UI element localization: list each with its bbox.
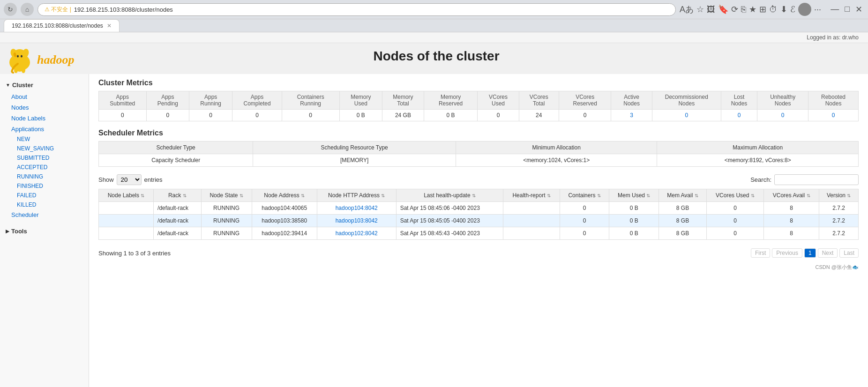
sidebar-item-node-labels[interactable]: Node Labels: [0, 113, 89, 124]
header-decommissioned-nodes: Decommissioned Nodes: [652, 91, 721, 110]
active-nodes-link[interactable]: 3: [630, 112, 633, 119]
tab-label: 192.168.215.103:8088/cluster/nodes: [12, 22, 103, 29]
cell-http[interactable]: hadoop103:8042: [317, 215, 396, 227]
cell-http[interactable]: hadoop104:8042: [317, 202, 396, 215]
cell-health-report: [503, 202, 560, 215]
nodes-header-rack[interactable]: Rack ⇅: [154, 189, 202, 202]
header-apps-running: Apps Running: [189, 91, 232, 110]
nodes-header-vcores-used[interactable]: VCores Used ⇅: [707, 189, 764, 202]
close-tab-btn[interactable]: ✕: [107, 22, 112, 29]
nodes-table: Node Labels ⇅ Rack ⇅ Node State ⇅ N: [98, 189, 859, 240]
sidebar-item-new-saving[interactable]: NEW_SAVING: [0, 144, 89, 153]
sidebar-item-new[interactable]: NEW: [0, 134, 89, 144]
sort-icon-version: ⇅: [847, 193, 851, 198]
nodes-header-labels[interactable]: Node Labels ⇅: [99, 189, 154, 202]
download-icon[interactable]: ⬇: [780, 4, 787, 15]
val-containers-running: 0: [282, 110, 339, 121]
cell-labels: [99, 215, 154, 227]
http-address-link[interactable]: hadoop104:8042: [336, 205, 378, 211]
lost-nodes-link[interactable]: 0: [738, 112, 741, 119]
http-address-link[interactable]: hadoop102:8042: [336, 230, 378, 237]
translate-icon[interactable]: Aあ: [680, 4, 694, 15]
sort-icon-http: ⇅: [381, 193, 385, 198]
decommissioned-link[interactable]: 0: [685, 112, 688, 119]
cell-address: hadoop104:40065: [252, 202, 317, 215]
cell-mem-avail: 8 GB: [658, 215, 706, 227]
val-decommissioned-nodes[interactable]: 0: [652, 110, 721, 121]
last-btn[interactable]: Last: [839, 248, 859, 258]
svg-point-9: [21, 55, 22, 58]
sidebar-item-scheduler[interactable]: Scheduler: [0, 209, 89, 220]
nodes-header-vcores-avail[interactable]: VCores Avail ⇅: [763, 189, 819, 202]
split-icon[interactable]: ⎘: [741, 5, 746, 15]
tools-label: Tools: [11, 228, 27, 235]
val-rebooted-nodes[interactable]: 0: [808, 110, 859, 121]
table-row: /default-rack RUNNING hadoop102:39414 ha…: [99, 227, 859, 240]
next-btn[interactable]: Next: [818, 248, 838, 258]
sidebar-item-killed[interactable]: KILLED: [0, 200, 89, 209]
sync-icon[interactable]: ⟳: [731, 4, 738, 15]
search-input[interactable]: [774, 174, 859, 185]
collections-icon[interactable]: ⊞: [759, 4, 766, 15]
nodes-header-mem-avail[interactable]: Mem Avail ⇅: [658, 189, 706, 202]
val-apps-running: 0: [189, 110, 232, 121]
nodes-header-mem-used[interactable]: Mem Used ⇅: [609, 189, 659, 202]
menu-icon[interactable]: ···: [814, 5, 821, 15]
sidebar-item-nodes[interactable]: Nodes: [0, 102, 89, 113]
first-btn[interactable]: First: [751, 248, 770, 258]
cell-http[interactable]: hadoop102:8042: [317, 227, 396, 240]
sidebar-cluster-section[interactable]: ▼ Cluster: [0, 79, 89, 91]
cluster-label: Cluster: [12, 82, 33, 89]
minimize-btn[interactable]: —: [829, 4, 841, 15]
bookmark-icon[interactable]: ☆: [696, 4, 704, 15]
screenshot-icon[interactable]: 🖼: [707, 5, 715, 15]
sch-val-type: Capacity Scheduler: [99, 154, 253, 167]
val-apps-completed: 0: [232, 110, 282, 121]
sidebar-item-finished[interactable]: FINISHED: [0, 181, 89, 191]
toolbar-icons: Aあ ☆ 🖼 🔖 ⟳ ⎘ ★ ⊞ ⏱ ⬇ ℰ ···: [680, 3, 821, 16]
tab-bar: 192.168.215.103:8088/cluster/nodes ✕: [0, 19, 868, 32]
sidebar-item-applications[interactable]: Applications: [0, 124, 89, 134]
nodes-header-health-report[interactable]: Health-report ⇅: [503, 189, 560, 202]
val-lost-nodes[interactable]: 0: [721, 110, 757, 121]
page-1-btn[interactable]: 1: [804, 248, 816, 258]
val-unhealthy-nodes[interactable]: 0: [757, 110, 808, 121]
sidebar-tools-section[interactable]: ▶ Tools: [0, 225, 89, 238]
edge-icon[interactable]: ℰ: [790, 4, 795, 15]
favorites-icon[interactable]: ★: [749, 4, 756, 15]
refresh-btn[interactable]: ↻: [4, 3, 17, 16]
sidebar-item-running[interactable]: RUNNING: [0, 172, 89, 181]
val-active-nodes[interactable]: 3: [611, 110, 652, 121]
cell-mem-used: 0 B: [609, 227, 659, 240]
nodes-header-state[interactable]: Node State ⇅: [201, 189, 252, 202]
val-vcores-total: 24: [519, 110, 559, 121]
header-vcores-used: VCores Used: [478, 91, 519, 110]
content-area: Cluster Metrics Apps Submitted Apps Pend…: [89, 74, 868, 387]
cell-mem-avail: 8 GB: [658, 227, 706, 240]
profile-avatar[interactable]: [798, 3, 811, 16]
rebooted-link[interactable]: 0: [832, 112, 835, 119]
history-icon[interactable]: ⏱: [769, 5, 778, 15]
active-tab[interactable]: 192.168.215.103:8088/cluster/nodes ✕: [4, 19, 120, 32]
maximize-btn[interactable]: □: [843, 4, 852, 15]
http-address-link[interactable]: hadoop103:8042: [336, 217, 378, 224]
previous-btn[interactable]: Previous: [772, 248, 802, 258]
sort-icon-state: ⇅: [239, 193, 243, 198]
close-btn[interactable]: ✕: [853, 4, 864, 15]
unhealthy-link[interactable]: 0: [781, 112, 785, 119]
sidebar: ▼ Cluster About Nodes Node Labels Applic…: [0, 74, 89, 387]
sidebar-item-failed[interactable]: FAILED: [0, 191, 89, 200]
nodes-header-version[interactable]: Version ⇅: [819, 189, 859, 202]
cluster-metrics-table: Apps Submitted Apps Pending Apps Running…: [98, 91, 859, 121]
sort-icon-labels: ⇅: [141, 193, 144, 198]
nodes-header-http[interactable]: Node HTTP Address ⇅: [317, 189, 396, 202]
entries-select[interactable]: 20 10 50 100: [117, 174, 142, 185]
nodes-header-health-update[interactable]: Last health-update ⇅: [396, 189, 503, 202]
sidebar-item-submitted[interactable]: SUBMITTED: [0, 153, 89, 163]
nodes-header-containers[interactable]: Containers ⇅: [560, 189, 609, 202]
home-btn[interactable]: ⌂: [21, 3, 34, 16]
sidebar-item-about[interactable]: About: [0, 91, 89, 102]
nodes-header-address[interactable]: Node Address ⇅: [252, 189, 317, 202]
sidebar-item-accepted[interactable]: ACCEPTED: [0, 163, 89, 172]
extension-icon[interactable]: 🔖: [718, 4, 728, 15]
